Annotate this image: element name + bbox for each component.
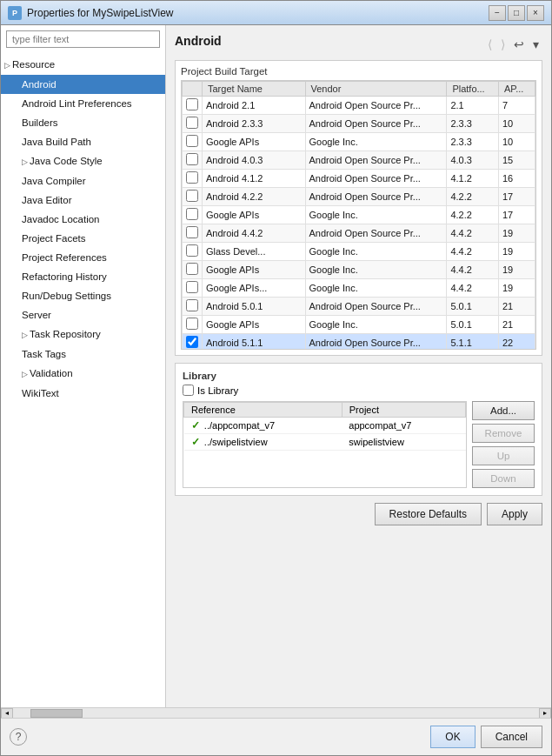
row-checkbox[interactable] [186,117,198,129]
ref-col-project: Project [342,403,465,418]
sidebar-item-label: Task Tags [22,349,66,359]
is-library-row: Is Library [183,385,535,396]
table-row[interactable]: Google APIs...Google Inc.4.4.219 [183,279,535,298]
row-checkbox[interactable] [186,244,198,257]
sidebar-item-java-code-style[interactable]: ▷ Java Code Style [1,151,165,171]
is-library-checkbox[interactable] [183,385,194,396]
table-row[interactable]: Android 4.4.2Android Open Source Pr...4.… [183,224,535,243]
sidebar-item-label: Builders [22,117,58,128]
build-cell-2: 4.0.3 [447,151,499,170]
help-button[interactable]: ? [10,728,27,746]
close-button[interactable]: × [527,5,544,21]
page-header: Android ⟨ ⟩ ↩ ▾ [175,34,542,55]
sidebar-item-android[interactable]: Android [1,75,165,94]
sidebar-item-label: Javadoc Location [22,214,100,224]
sidebar-item-android-lint[interactable]: Android Lint Preferences [1,94,165,113]
nav-back-button[interactable]: ⟨ [484,36,495,53]
build-target-table: Target NameVendorPlatfo...AP...Android 2… [182,81,535,350]
sidebar-item-java-editor[interactable]: Java Editor [1,191,165,210]
sidebar-item-label: Project Facets [22,233,86,244]
list-item[interactable]: ✓ ../appcompat_v7appcompat_v7 [184,418,466,434]
sidebar-item-label: Server [22,310,51,320]
table-row[interactable]: Android 4.0.3Android Open Source Pr...4.… [183,151,535,170]
ok-button[interactable]: OK [430,726,475,748]
row-checkbox[interactable] [186,263,198,275]
build-cell-3: 19 [498,261,535,279]
row-checkbox[interactable] [186,208,198,220]
sidebar-item-task-tags[interactable]: Task Tags [1,345,165,364]
build-col-target-name: Target Name [203,82,306,97]
build-cell-3: 10 [498,133,535,151]
check-green-icon: ✓ [191,436,203,448]
build-cell-2: 4.4.2 [447,261,499,279]
row-checkbox[interactable] [186,171,198,184]
table-row[interactable]: Google APIsGoogle Inc.4.4.219 [183,261,535,279]
sidebar-item-java-compiler[interactable]: Java Compiler [1,171,165,191]
scroll-right-arrow[interactable]: ▸ [539,708,551,719]
build-cell-0: Google APIs [203,206,306,224]
sidebar-item-label: Run/Debug Settings [22,291,111,301]
table-row[interactable]: Android 4.1.2Android Open Source Pr...4.… [183,170,535,188]
list-item[interactable]: ✓ ../swipelistviewswipelistview [184,434,466,451]
sidebar-item-resource[interactable]: ▷ Resource [1,55,165,75]
sidebar-item-java-build-path[interactable]: Java Build Path [1,132,165,151]
nav-home-button[interactable]: ↩ [510,36,528,53]
tree-arrow-icon: ▷ [22,154,28,170]
build-target-label: Project Build Target [181,66,536,77]
row-checkbox[interactable] [186,135,198,147]
build-cell-3: 22 [498,334,535,351]
row-checkbox[interactable] [186,190,198,202]
sidebar-item-validation[interactable]: ▷ Validation [1,364,165,384]
sidebar-item-javadoc-location[interactable]: Javadoc Location [1,210,165,229]
down-button[interactable]: Down [472,469,535,488]
sidebar-item-label: Refactoring History [22,271,107,282]
table-row[interactable]: Google APIsGoogle Inc.2.3.310 [183,133,535,151]
nav-menu-button[interactable]: ▾ [529,36,542,53]
scrollbar-thumb[interactable] [30,709,83,718]
scroll-left-arrow[interactable]: ◂ [1,708,13,719]
add----button[interactable]: Add... [472,401,535,420]
table-row[interactable]: Android 5.1.1Android Open Source Pr...5.… [183,334,535,351]
build-cell-1: Android Open Source Pr... [305,97,447,115]
table-row[interactable]: Android 5.0.1Android Open Source Pr...5.… [183,298,535,316]
table-row[interactable]: Google APIsGoogle Inc.5.0.121 [183,316,535,334]
sidebar-item-wikitext[interactable]: WikiText [1,384,165,403]
build-cell-0: Android 4.0.3 [203,151,306,170]
nav-forward-button[interactable]: ⟩ [497,36,509,53]
remove-button[interactable]: Remove [472,424,535,443]
row-checkbox[interactable] [186,98,198,110]
sidebar-item-builders[interactable]: Builders [1,113,165,132]
table-row[interactable]: Android 4.2.2Android Open Source Pr...4.… [183,188,535,206]
sidebar-item-task-repository[interactable]: ▷ Task Repository [1,324,165,345]
row-checkbox[interactable] [186,336,198,348]
table-row[interactable]: Android 2.3.3Android Open Source Pr...2.… [183,115,535,133]
sidebar-item-refactoring-history[interactable]: Refactoring History [1,267,165,286]
sidebar-item-project-facets[interactable]: Project Facets [1,229,165,248]
sidebar-item-project-references[interactable]: Project References [1,248,165,267]
row-checkbox[interactable] [186,281,198,293]
build-cell-1: Android Open Source Pr... [305,115,447,133]
apply-button[interactable]: Apply [487,503,542,525]
build-cell-1: Android Open Source Pr... [305,188,447,206]
bottom-bar: ? OK Cancel [1,718,551,755]
sidebar-item-run-debug[interactable]: Run/Debug Settings [1,286,165,305]
restore-defaults-button[interactable]: Restore Defaults [375,503,482,525]
tree-arrow-icon: ▷ [22,366,28,382]
row-checkbox[interactable] [186,153,198,165]
ref-col-reference: Reference [184,403,343,418]
row-checkbox[interactable] [186,299,198,311]
row-checkbox[interactable] [186,226,198,238]
table-row[interactable]: Android 2.1Android Open Source Pr...2.17 [183,97,535,115]
is-library-label: Is Library [197,385,238,396]
row-checkbox[interactable] [186,318,198,330]
up-button[interactable]: Up [472,446,535,465]
maximize-button[interactable]: □ [508,5,525,21]
table-row[interactable]: Glass Devel...Google Inc.4.4.219 [183,243,535,261]
filter-input[interactable] [6,30,160,48]
sidebar-item-server[interactable]: Server [1,305,165,324]
cancel-button[interactable]: Cancel [481,726,542,748]
build-cell-0: Android 5.1.1 [203,334,306,351]
table-row[interactable]: Google APIsGoogle Inc.4.2.217 [183,206,535,224]
left-panel: ▷ ResourceAndroidAndroid Lint Preference… [1,25,166,707]
minimize-button[interactable]: − [489,5,506,21]
